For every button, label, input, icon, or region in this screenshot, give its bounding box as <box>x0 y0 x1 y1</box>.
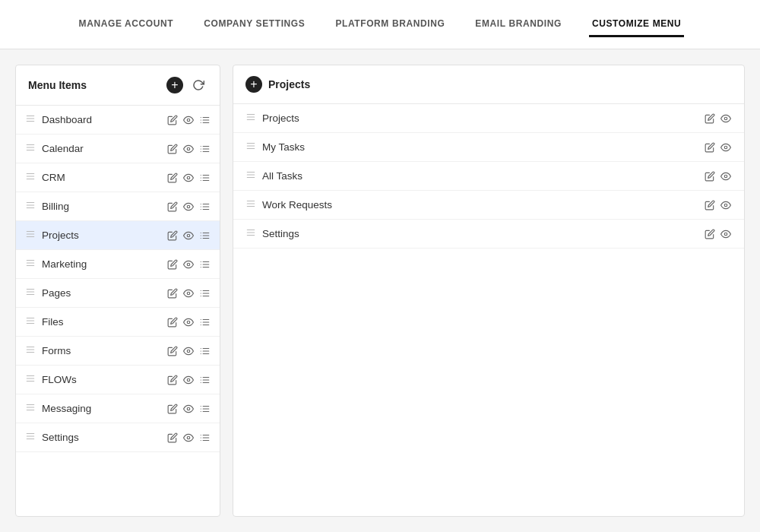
action-icons <box>705 113 732 124</box>
drag-handle-icon <box>245 198 256 209</box>
submenu-button[interactable] <box>199 230 211 241</box>
svg-rect-20 <box>27 173 35 174</box>
submenu-button[interactable] <box>199 432 211 443</box>
visibility-button[interactable] <box>182 173 195 183</box>
edit-icon <box>705 113 715 124</box>
submenu-button[interactable] <box>199 375 211 385</box>
submenu-button[interactable] <box>199 404 211 414</box>
left-menu-item[interactable]: Pages <box>16 279 220 308</box>
svg-rect-40 <box>27 231 35 232</box>
visibility-button[interactable] <box>182 375 195 385</box>
visibility-button[interactable] <box>720 200 732 211</box>
edit-button[interactable] <box>167 173 178 183</box>
left-menu-item[interactable]: Settings <box>16 423 220 452</box>
edit-button[interactable] <box>167 288 178 299</box>
drag-handle-icon <box>25 373 36 384</box>
drag-handle-icon <box>25 344 36 355</box>
edit-button[interactable] <box>167 259 178 270</box>
visibility-button[interactable] <box>182 288 195 299</box>
left-menu-item[interactable]: Forms <box>16 337 220 366</box>
visibility-button[interactable] <box>182 144 195 154</box>
nav-item-customize-menu[interactable]: CUSTOMIZE MENU <box>589 12 685 37</box>
edit-button[interactable] <box>705 113 715 124</box>
submenu-icon <box>199 404 211 414</box>
edit-button[interactable] <box>705 229 715 239</box>
visibility-button[interactable] <box>182 115 195 125</box>
svg-rect-90 <box>27 375 35 376</box>
visibility-button[interactable] <box>182 259 195 270</box>
svg-rect-112 <box>27 439 35 439</box>
edit-button[interactable] <box>167 201 178 212</box>
add-sub-item-button[interactable]: + <box>245 76 262 93</box>
edit-button[interactable] <box>167 346 178 356</box>
visibility-icon <box>182 259 195 270</box>
left-panel: Menu Items + Dashboard <box>15 65 220 517</box>
visibility-button[interactable] <box>720 142 732 153</box>
drag-handle <box>25 315 36 328</box>
submenu-button[interactable] <box>199 259 211 270</box>
add-menu-item-button[interactable]: + <box>166 77 183 93</box>
refresh-button[interactable] <box>189 76 207 94</box>
edit-button[interactable] <box>167 317 178 328</box>
visibility-button[interactable] <box>720 229 732 239</box>
submenu-button[interactable] <box>199 288 211 299</box>
left-menu-item[interactable]: Marketing <box>16 250 220 279</box>
submenu-button[interactable] <box>199 346 211 356</box>
edit-button[interactable] <box>167 115 178 125</box>
submenu-icon <box>199 288 211 299</box>
left-menu-item[interactable]: Billing <box>16 192 220 221</box>
nav-item-company-settings[interactable]: COMPANY SETTINGS <box>201 12 308 37</box>
submenu-button[interactable] <box>199 144 211 154</box>
left-menu-item[interactable]: Calendar <box>16 135 220 163</box>
edit-icon <box>167 346 178 356</box>
right-sub-item[interactable]: Settings <box>233 220 744 249</box>
edit-button[interactable] <box>167 404 178 414</box>
submenu-icon <box>199 144 211 154</box>
svg-rect-110 <box>27 433 35 434</box>
visibility-button[interactable] <box>182 317 195 328</box>
menu-item-label: Projects <box>42 230 161 241</box>
svg-point-103 <box>187 407 190 410</box>
visibility-button[interactable] <box>720 171 732 182</box>
visibility-icon <box>182 317 195 328</box>
edit-button[interactable] <box>167 230 178 241</box>
edit-button[interactable] <box>167 375 178 385</box>
edit-button[interactable] <box>705 171 715 182</box>
submenu-icon <box>199 346 211 356</box>
right-sub-item[interactable]: All Tasks <box>233 162 744 191</box>
left-menu-item[interactable]: Dashboard <box>16 106 220 135</box>
nav-item-manage-account[interactable]: MANAGE ACCOUNT <box>76 12 177 37</box>
svg-rect-32 <box>27 207 35 208</box>
svg-point-93 <box>187 378 190 382</box>
edit-button[interactable] <box>167 144 178 154</box>
nav-item-email-branding[interactable]: EMAIL BRANDING <box>472 12 565 37</box>
right-sub-item[interactable]: Projects <box>233 104 744 133</box>
visibility-button[interactable] <box>182 404 195 414</box>
sub-item-label: Projects <box>262 112 698 124</box>
right-sub-item[interactable]: My Tasks <box>233 133 744 162</box>
left-menu-item[interactable]: Messaging <box>16 394 220 423</box>
submenu-button[interactable] <box>199 317 211 328</box>
visibility-button[interactable] <box>182 201 195 212</box>
submenu-button[interactable] <box>199 201 211 212</box>
left-menu-item[interactable]: FLOWs <box>16 366 220 394</box>
svg-rect-111 <box>27 435 35 436</box>
left-menu-item[interactable]: Projects <box>16 221 220 250</box>
visibility-button[interactable] <box>182 346 195 356</box>
right-sub-item[interactable]: Work Requests <box>233 191 744 220</box>
svg-rect-70 <box>27 318 35 318</box>
submenu-button[interactable] <box>199 115 211 125</box>
nav-item-platform-branding[interactable]: PLATFORM BRANDING <box>332 12 448 37</box>
visibility-icon <box>182 346 195 356</box>
left-menu-item[interactable]: CRM <box>16 163 220 192</box>
visibility-icon <box>720 229 732 239</box>
edit-button[interactable] <box>167 432 178 443</box>
left-menu-item[interactable]: Files <box>16 308 220 337</box>
submenu-button[interactable] <box>199 173 211 183</box>
visibility-button[interactable] <box>720 113 732 124</box>
edit-button[interactable] <box>705 200 715 211</box>
edit-button[interactable] <box>705 142 715 153</box>
drag-handle <box>25 229 36 242</box>
visibility-button[interactable] <box>182 230 195 241</box>
visibility-button[interactable] <box>182 432 195 443</box>
